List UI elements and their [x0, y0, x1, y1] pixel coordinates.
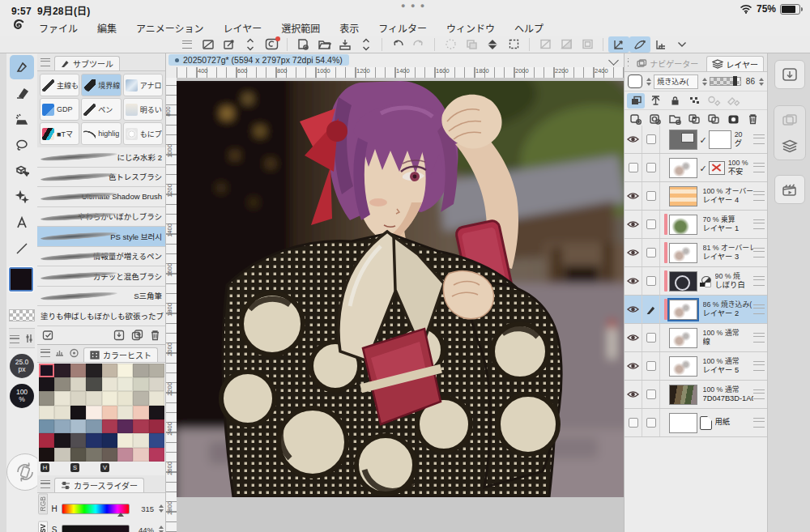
menu-item[interactable]: フィルター [378, 21, 427, 35]
color-swatch[interactable] [86, 433, 101, 447]
airbrush-tool[interactable] [10, 107, 34, 131]
layer-menu-handle[interactable] [753, 219, 765, 229]
layer-menu-handle[interactable] [753, 389, 765, 399]
new-folder-icon[interactable] [666, 112, 684, 127]
crop-frame-icon[interactable] [503, 36, 524, 53]
snap-to-ruler-icon[interactable] [608, 36, 629, 53]
color-swatch[interactable] [133, 391, 148, 405]
color-swatch[interactable] [149, 419, 164, 433]
color-swatch[interactable] [117, 433, 133, 447]
layer-check-cell[interactable] [642, 239, 660, 266]
color-swatch[interactable] [117, 448, 133, 462]
color-swatch[interactable] [86, 406, 101, 419]
document-tab[interactable]: 20250727g* (5594 x 2797px 72dpi 54.4%) [168, 54, 349, 66]
color-swatch[interactable] [54, 391, 70, 405]
redo-icon[interactable] [408, 36, 429, 53]
brush-item[interactable]: にじみ水彩 2 [37, 147, 165, 168]
menu-item[interactable]: 選択範囲 [281, 21, 320, 35]
layer-check-cell[interactable] [642, 267, 660, 295]
fill-bucket-icon[interactable] [482, 36, 503, 53]
color-swatch[interactable] [149, 433, 164, 447]
new-correction-layer-icon[interactable] [646, 112, 664, 127]
color-swatch[interactable] [86, 448, 101, 462]
color-model-tab[interactable]: RGB [38, 493, 48, 514]
color-history-tab[interactable]: カラーヒスト [83, 347, 158, 362]
subtool-group-button[interactable]: もにプ [123, 122, 163, 145]
lock-layer-icon[interactable] [666, 93, 684, 109]
color-swatch[interactable] [54, 419, 70, 433]
color-swatch[interactable] [86, 364, 101, 377]
delete-subtool-icon[interactable] [150, 330, 160, 341]
layer-menu-handle[interactable] [753, 361, 765, 371]
layer-row[interactable]: 100 % 通常 7D047B3D-1A05-4 [625, 381, 767, 409]
transfer-to-lower-layer-icon[interactable] [685, 112, 703, 127]
color-swatch[interactable] [39, 406, 54, 419]
slider-track[interactable] [62, 504, 130, 513]
clip-studio-logo-icon[interactable] [11, 18, 28, 34]
layer-visibility-toggle[interactable] [625, 211, 642, 238]
layer-thumbnail[interactable] [669, 130, 697, 150]
slider-thumb[interactable] [117, 513, 124, 517]
layer-menu-handle[interactable] [753, 333, 765, 343]
new-file-icon[interactable] [292, 36, 313, 53]
layer-visibility-toggle[interactable] [625, 182, 642, 210]
brush-item[interactable]: やわらかいぼかしブラシ [37, 207, 165, 228]
layer-thumbnail[interactable] [669, 158, 697, 178]
color-swatch[interactable] [102, 364, 117, 377]
color-model-tab[interactable]: HSV [38, 521, 48, 532]
layer-thumbnail[interactable] [669, 385, 697, 405]
import-panel-button[interactable] [774, 60, 805, 89]
layer-opacity-slider[interactable] [710, 77, 740, 86]
color-circle-tab-icon[interactable] [69, 348, 79, 358]
color-swatch[interactable] [54, 448, 70, 462]
layer-thumbnail[interactable] [669, 243, 697, 263]
color-swatch[interactable] [54, 406, 70, 419]
enable-mask-icon[interactable] [705, 93, 723, 109]
operation-tool[interactable] [10, 159, 34, 183]
brush-item[interactable]: PS style 브러시 [37, 227, 165, 247]
tab-layer[interactable]: レイヤー [706, 56, 764, 71]
color-swatch[interactable] [133, 448, 148, 462]
layer-thumbnail[interactable] [669, 328, 697, 348]
transform-icon[interactable] [198, 36, 219, 53]
layer-visibility-toggle[interactable] [625, 352, 642, 380]
layer-thumbnail[interactable] [669, 186, 697, 206]
blend-mode-stepper[interactable] [702, 78, 707, 86]
subtool-group-button[interactable]: highlig [81, 122, 121, 145]
lock-transparent-pixels-icon[interactable] [685, 93, 703, 109]
blend-mode-select[interactable]: 焼き込み( [654, 74, 698, 89]
layer-mask-icon[interactable] [724, 112, 742, 127]
color-swatch[interactable] [102, 391, 117, 405]
layer-menu-handle[interactable] [753, 418, 765, 428]
brush-item[interactable]: 塗りも伸ばしもぼかしも欲張ったブ [37, 306, 165, 326]
subtool-group-button[interactable]: ペン [81, 98, 121, 121]
duplicate-subtool-icon[interactable] [131, 330, 143, 341]
tab-navigator[interactable]: ナビゲーター [632, 57, 703, 71]
layer-row[interactable]: 用紙 [625, 409, 767, 437]
color-swatch[interactable] [149, 391, 164, 405]
menu-item[interactable]: アニメーション [136, 21, 204, 35]
layer-check-cell[interactable] [642, 126, 660, 153]
layer-menu-handle[interactable] [753, 248, 765, 257]
layer-visibility-toggle[interactable] [625, 267, 642, 295]
color-swatch[interactable] [133, 406, 148, 419]
color-swatch[interactable] [54, 364, 70, 377]
color-swatch[interactable] [70, 364, 86, 377]
layer-row[interactable]: 100 % オーバーレ レイヤー 4 [625, 182, 767, 211]
subtool-group-button[interactable]: 境界線 [81, 74, 121, 96]
color-swatch[interactable] [102, 406, 117, 419]
menu-item[interactable]: 表示 [339, 21, 359, 35]
figure-tool[interactable] [10, 236, 34, 261]
color-swatch[interactable] [70, 406, 86, 419]
paste-icon[interactable] [461, 36, 482, 53]
layer-thumbnail[interactable] [669, 413, 697, 433]
toolbar-menu-icon[interactable] [177, 36, 198, 53]
color-swatch[interactable] [149, 364, 164, 377]
layer-check-cell[interactable] [642, 324, 660, 351]
layer-menu-handle[interactable] [753, 304, 765, 314]
slider-track[interactable] [62, 525, 130, 532]
brush-item[interactable]: 情報量が増えるペン [37, 247, 165, 267]
color-swatch[interactable] [86, 377, 101, 391]
color-swatch[interactable] [39, 419, 54, 433]
color-swatch[interactable] [133, 364, 148, 377]
